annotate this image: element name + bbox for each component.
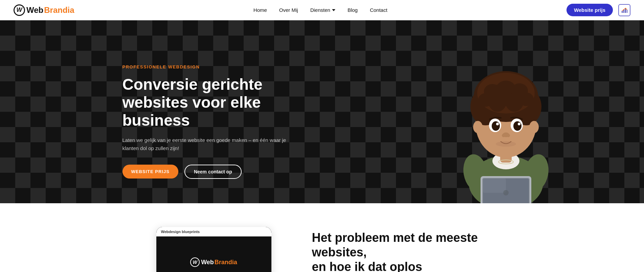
logo-brandia-text: Brandia (44, 5, 74, 15)
website-prijs-button[interactable]: WEBSITE PRIJS (123, 165, 178, 179)
blueprint-logo-icon: W (190, 257, 200, 267)
blueprint-label: Webdesign blueprints (161, 230, 200, 234)
below-hero-title: Het probleem met de meeste websites, en … (312, 230, 502, 272)
svg-point-38 (503, 190, 509, 195)
below-hero-title-line1: Het probleem met de meeste websites, (312, 231, 478, 259)
svg-point-26 (492, 121, 500, 131)
svg-rect-37 (483, 179, 506, 193)
below-hero-left: Webdesign blueprints W WebBrandia (143, 227, 285, 272)
hero-character (445, 41, 567, 203)
hero-title: Conversie gerichte websites voor elke bu… (123, 76, 298, 129)
hero-description: Laten we gelijk van je eerste website ee… (123, 136, 298, 152)
svg-point-29 (518, 123, 520, 125)
svg-point-28 (496, 123, 499, 125)
svg-point-20 (478, 93, 493, 107)
hero-section: PROFESSIONELE WEBDESIGN Conversie gerich… (0, 20, 644, 203)
website-prijs-nav-button[interactable]: Website prijs (567, 4, 613, 16)
hero-text: PROFESSIONELE WEBDESIGN Conversie gerich… (123, 54, 298, 179)
svg-rect-0 (622, 11, 623, 13)
chart-icon[interactable] (618, 4, 630, 16)
blueprint-card-body: W WebBrandia (156, 236, 271, 272)
blueprint-card-header: Webdesign blueprints (156, 227, 271, 236)
hero-subtitle: PROFESSIONELE WEBDESIGN (123, 64, 298, 69)
svg-point-32 (507, 134, 510, 137)
nav-diensten[interactable]: Diensten (310, 7, 335, 13)
svg-point-27 (513, 121, 521, 131)
below-hero-right: Het probleem met de meeste websites, en … (312, 227, 502, 272)
character-svg (445, 41, 567, 203)
chart-svg (621, 7, 628, 14)
logo[interactable]: W WebBrandia (14, 4, 74, 16)
logo-web-text: Web (26, 5, 43, 15)
svg-point-33 (496, 141, 516, 147)
below-hero-section: Webdesign blueprints W WebBrandia Het pr… (0, 203, 644, 272)
svg-point-31 (502, 134, 505, 137)
blueprint-logo-brandia: Brandia (215, 259, 237, 266)
blueprint-logo-web: Web (201, 259, 214, 266)
header: W WebBrandia Home Over Mij Diensten Blog… (0, 0, 644, 20)
nav-contact[interactable]: Contact (370, 7, 387, 13)
nav-diensten-label[interactable]: Diensten (310, 7, 330, 13)
nav-home[interactable]: Home (253, 7, 267, 13)
svg-point-21 (519, 92, 534, 106)
blueprint-logo-large: W WebBrandia (190, 257, 237, 267)
header-right: Website prijs (567, 4, 630, 16)
below-hero-title-line2: en hoe ik dat oplos (312, 260, 422, 272)
chevron-down-icon (332, 9, 335, 11)
contact-button[interactable]: Neem contact op (184, 165, 242, 179)
hero-buttons: WEBSITE PRIJS Neem contact op (123, 165, 298, 179)
svg-rect-3 (627, 10, 627, 13)
main-nav: Home Over Mij Diensten Blog Contact (253, 7, 387, 13)
nav-blog[interactable]: Blog (348, 7, 358, 13)
logo-icon: W (14, 4, 25, 16)
blueprint-card: Webdesign blueprints W WebBrandia (156, 227, 271, 272)
svg-point-22 (473, 121, 483, 133)
svg-point-23 (529, 121, 539, 133)
nav-over-mij[interactable]: Over Mij (279, 7, 298, 13)
